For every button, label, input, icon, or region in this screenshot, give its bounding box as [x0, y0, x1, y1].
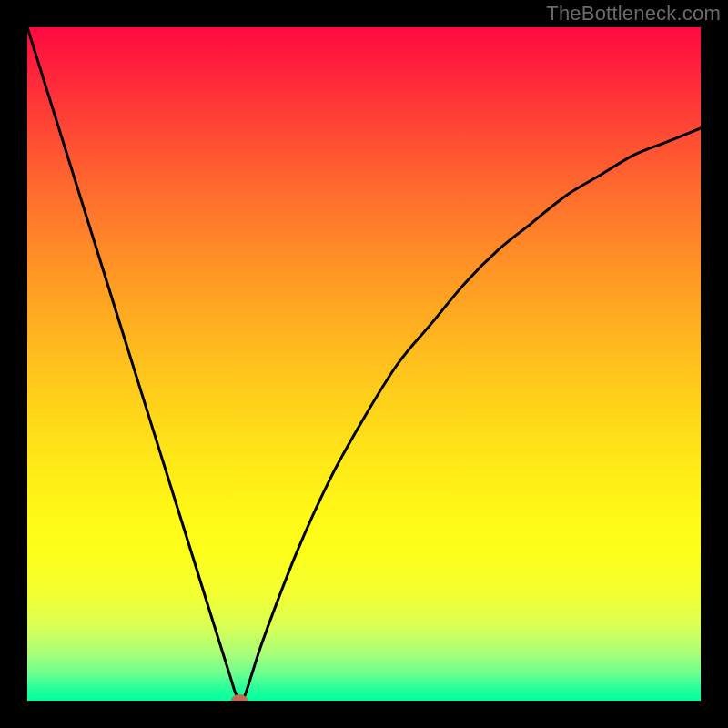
chart-frame: TheBottleneck.com [0, 0, 728, 728]
curve-svg [27, 27, 701, 701]
bottleneck-curve [27, 27, 701, 701]
plot-area [27, 27, 701, 701]
watermark-text: TheBottleneck.com [546, 2, 721, 25]
